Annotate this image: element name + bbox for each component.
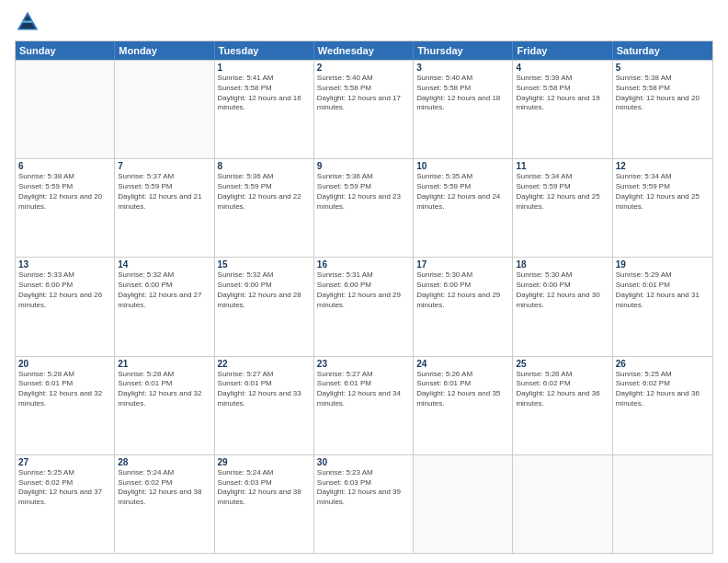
day-number: 9 (317, 161, 410, 171)
cal-cell: 30Sunrise: 5:23 AM Sunset: 6:03 PM Dayli… (314, 455, 414, 553)
day-detail: Sunrise: 5:34 AM Sunset: 5:59 PM Dayligh… (616, 172, 710, 212)
cal-cell: 12Sunrise: 5:34 AM Sunset: 5:59 PM Dayli… (613, 159, 712, 257)
cal-cell: 24Sunrise: 5:26 AM Sunset: 6:01 PM Dayli… (414, 357, 513, 454)
day-number: 26 (616, 359, 710, 369)
day-number: 16 (317, 259, 410, 270)
cal-cell: 17Sunrise: 5:30 AM Sunset: 6:00 PM Dayli… (414, 258, 513, 355)
day-detail: Sunrise: 5:40 AM Sunset: 5:58 PM Dayligh… (416, 74, 509, 113)
cal-cell: 8Sunrise: 5:36 AM Sunset: 5:59 PM Daylig… (215, 159, 314, 257)
day-detail: Sunrise: 5:40 AM Sunset: 5:58 PM Dayligh… (317, 74, 410, 113)
svg-rect-2 (22, 21, 32, 23)
cal-week-4: 20Sunrise: 5:28 AM Sunset: 6:01 PM Dayli… (16, 356, 712, 454)
day-number: 21 (118, 359, 210, 369)
day-number: 8 (218, 161, 311, 171)
cal-cell: 14Sunrise: 5:32 AM Sunset: 6:00 PM Dayli… (115, 258, 214, 355)
page: SundayMondayTuesdayWednesdayThursdayFrid… (0, 0, 728, 563)
cal-cell: 16Sunrise: 5:31 AM Sunset: 6:00 PM Dayli… (314, 258, 414, 355)
day-detail: Sunrise: 5:26 AM Sunset: 6:02 PM Dayligh… (516, 370, 609, 409)
day-number: 4 (516, 63, 609, 73)
cal-week-5: 27Sunrise: 5:25 AM Sunset: 6:02 PM Dayli… (16, 454, 712, 553)
day-number: 17 (416, 259, 509, 270)
cal-cell: 15Sunrise: 5:32 AM Sunset: 6:00 PM Dayli… (215, 258, 314, 355)
cal-cell (613, 455, 712, 553)
day-number: 14 (118, 259, 210, 270)
cal-cell: 7Sunrise: 5:37 AM Sunset: 5:59 PM Daylig… (115, 159, 214, 257)
day-number: 2 (317, 63, 410, 73)
day-number: 24 (416, 359, 509, 369)
cal-cell: 26Sunrise: 5:25 AM Sunset: 6:02 PM Dayli… (613, 357, 712, 454)
cal-cell (414, 455, 513, 553)
day-number: 19 (616, 259, 710, 270)
day-detail: Sunrise: 5:30 AM Sunset: 6:00 PM Dayligh… (516, 270, 609, 310)
logo (15, 9, 44, 35)
day-number: 22 (218, 359, 311, 369)
day-number: 5 (616, 63, 710, 73)
day-detail: Sunrise: 5:24 AM Sunset: 6:02 PM Dayligh… (118, 468, 210, 508)
day-number: 6 (18, 161, 111, 171)
day-number: 20 (18, 359, 111, 369)
day-detail: Sunrise: 5:24 AM Sunset: 6:03 PM Dayligh… (218, 468, 311, 508)
day-number: 30 (317, 457, 410, 467)
cal-week-3: 13Sunrise: 5:33 AM Sunset: 6:00 PM Dayli… (16, 257, 712, 355)
day-number: 23 (317, 359, 410, 369)
cal-cell: 19Sunrise: 5:29 AM Sunset: 6:01 PM Dayli… (613, 258, 712, 355)
cal-cell: 11Sunrise: 5:34 AM Sunset: 5:59 PM Dayli… (513, 159, 612, 257)
cal-header-sunday: Sunday (16, 41, 115, 60)
day-detail: Sunrise: 5:37 AM Sunset: 5:59 PM Dayligh… (118, 172, 210, 212)
day-detail: Sunrise: 5:31 AM Sunset: 6:00 PM Dayligh… (317, 270, 410, 310)
cal-week-1: 1Sunrise: 5:41 AM Sunset: 5:58 PM Daylig… (16, 60, 712, 158)
day-number: 25 (516, 359, 609, 369)
day-detail: Sunrise: 5:32 AM Sunset: 6:00 PM Dayligh… (118, 270, 210, 310)
cal-cell: 9Sunrise: 5:36 AM Sunset: 5:59 PM Daylig… (314, 159, 414, 257)
cal-cell: 10Sunrise: 5:35 AM Sunset: 5:59 PM Dayli… (414, 159, 513, 257)
day-detail: Sunrise: 5:26 AM Sunset: 6:01 PM Dayligh… (416, 370, 509, 409)
cal-header-thursday: Thursday (414, 41, 513, 60)
cal-cell: 23Sunrise: 5:27 AM Sunset: 6:01 PM Dayli… (314, 357, 414, 454)
day-number: 12 (616, 161, 710, 171)
cal-header-friday: Friday (513, 41, 612, 60)
cal-cell (513, 455, 612, 553)
cal-cell: 22Sunrise: 5:27 AM Sunset: 6:01 PM Dayli… (215, 357, 314, 454)
cal-cell: 20Sunrise: 5:28 AM Sunset: 6:01 PM Dayli… (16, 357, 115, 454)
day-detail: Sunrise: 5:23 AM Sunset: 6:03 PM Dayligh… (317, 468, 410, 508)
cal-cell: 21Sunrise: 5:28 AM Sunset: 6:01 PM Dayli… (115, 357, 214, 454)
calendar: SundayMondayTuesdayWednesdayThursdayFrid… (15, 40, 713, 554)
cal-cell: 28Sunrise: 5:24 AM Sunset: 6:02 PM Dayli… (115, 455, 214, 553)
day-detail: Sunrise: 5:33 AM Sunset: 6:00 PM Dayligh… (18, 270, 111, 310)
cal-cell: 2Sunrise: 5:40 AM Sunset: 5:58 PM Daylig… (314, 61, 414, 158)
cal-cell: 25Sunrise: 5:26 AM Sunset: 6:02 PM Dayli… (513, 357, 612, 454)
day-number: 29 (218, 457, 311, 467)
calendar-body: 1Sunrise: 5:41 AM Sunset: 5:58 PM Daylig… (16, 60, 712, 553)
day-number: 7 (118, 161, 210, 171)
day-number: 18 (516, 259, 609, 270)
cal-cell: 6Sunrise: 5:38 AM Sunset: 5:59 PM Daylig… (16, 159, 115, 257)
day-detail: Sunrise: 5:28 AM Sunset: 6:01 PM Dayligh… (118, 370, 210, 409)
cal-cell: 18Sunrise: 5:30 AM Sunset: 6:00 PM Dayli… (513, 258, 612, 355)
cal-cell (115, 61, 214, 158)
day-number: 27 (18, 457, 111, 467)
cal-header-saturday: Saturday (613, 41, 712, 60)
day-detail: Sunrise: 5:27 AM Sunset: 6:01 PM Dayligh… (317, 370, 410, 409)
day-number: 28 (118, 457, 210, 467)
cal-cell: 4Sunrise: 5:39 AM Sunset: 5:58 PM Daylig… (513, 61, 612, 158)
calendar-header-row: SundayMondayTuesdayWednesdayThursdayFrid… (16, 41, 712, 60)
day-detail: Sunrise: 5:34 AM Sunset: 5:59 PM Dayligh… (516, 172, 609, 212)
cal-cell: 1Sunrise: 5:41 AM Sunset: 5:58 PM Daylig… (215, 61, 314, 158)
day-detail: Sunrise: 5:25 AM Sunset: 6:02 PM Dayligh… (18, 468, 111, 508)
day-detail: Sunrise: 5:38 AM Sunset: 5:58 PM Dayligh… (616, 74, 710, 113)
day-number: 3 (416, 63, 509, 73)
day-detail: Sunrise: 5:36 AM Sunset: 5:59 PM Dayligh… (218, 172, 311, 212)
day-detail: Sunrise: 5:30 AM Sunset: 6:00 PM Dayligh… (416, 270, 509, 310)
day-detail: Sunrise: 5:36 AM Sunset: 5:59 PM Dayligh… (317, 172, 410, 212)
cal-cell: 27Sunrise: 5:25 AM Sunset: 6:02 PM Dayli… (16, 455, 115, 553)
cal-cell: 5Sunrise: 5:38 AM Sunset: 5:58 PM Daylig… (613, 61, 712, 158)
cal-cell: 13Sunrise: 5:33 AM Sunset: 6:00 PM Dayli… (16, 258, 115, 355)
day-detail: Sunrise: 5:41 AM Sunset: 5:58 PM Dayligh… (218, 74, 311, 113)
day-detail: Sunrise: 5:39 AM Sunset: 5:58 PM Dayligh… (516, 74, 609, 113)
day-detail: Sunrise: 5:35 AM Sunset: 5:59 PM Dayligh… (416, 172, 509, 212)
cal-cell: 29Sunrise: 5:24 AM Sunset: 6:03 PM Dayli… (215, 455, 314, 553)
cal-week-2: 6Sunrise: 5:38 AM Sunset: 5:59 PM Daylig… (16, 158, 712, 257)
day-number: 13 (18, 259, 111, 270)
day-detail: Sunrise: 5:25 AM Sunset: 6:02 PM Dayligh… (616, 370, 710, 409)
cal-header-monday: Monday (115, 41, 214, 60)
